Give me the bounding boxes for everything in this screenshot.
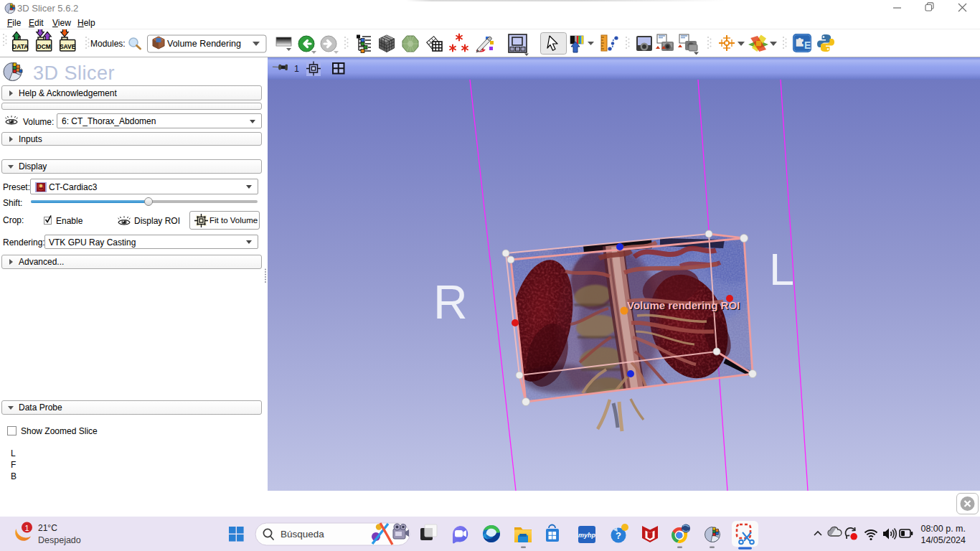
svg-text:R: R	[433, 276, 468, 329]
svg-text:08:00 p. m.: 08:00 p. m.	[920, 524, 966, 534]
svg-text:Volume Rendering: Volume Rendering	[167, 39, 241, 49]
svg-text:SAVE: SAVE	[60, 43, 76, 50]
svg-text:1: 1	[24, 524, 29, 532]
svg-text:DATA: DATA	[12, 43, 28, 50]
svg-text:?: ?	[616, 530, 621, 541]
svg-text:DCM: DCM	[37, 43, 51, 50]
svg-text:14/05/2024: 14/05/2024	[920, 535, 966, 545]
svg-text:21°C: 21°C	[38, 523, 57, 533]
svg-text:Volume rendering ROI: Volume rendering ROI	[627, 299, 740, 311]
svg-text:L: L	[769, 244, 794, 294]
svg-text:1: 1	[294, 64, 299, 74]
svg-text:E: E	[804, 39, 811, 51]
svg-text:myhp: myhp	[578, 532, 596, 539]
svg-text:Modules:: Modules:	[90, 39, 126, 49]
svg-text:Despejado: Despejado	[38, 535, 81, 545]
svg-text:Búsqueda: Búsqueda	[281, 529, 324, 540]
